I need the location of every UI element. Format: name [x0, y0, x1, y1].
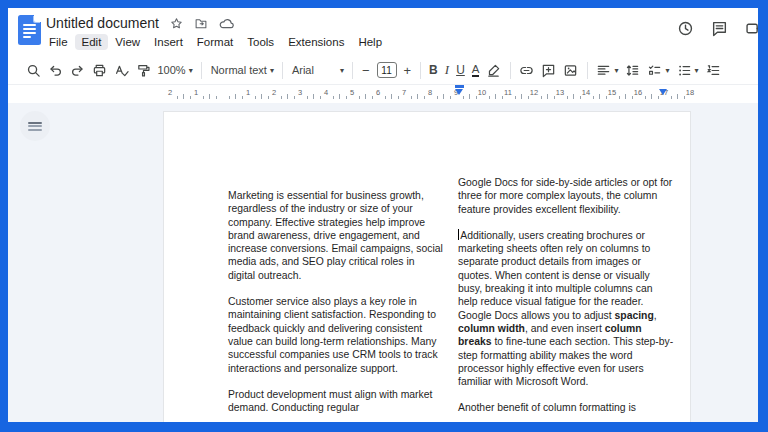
- header-right-icons: [677, 20, 764, 37]
- menu-item-view[interactable]: View: [108, 34, 147, 50]
- ruler-tick: [242, 96, 243, 99]
- line-spacing-icon[interactable]: [625, 63, 640, 78]
- text-run: Google Docs for side-by-side articles or…: [458, 177, 672, 215]
- ruler-tick: [333, 96, 334, 99]
- doc-paragraph[interactable]: Additionally, users creating brochures o…: [458, 229, 674, 389]
- ruler-tick: [417, 94, 418, 99]
- bulleted-list-select[interactable]: ▾: [677, 63, 699, 78]
- font-size-input[interactable]: 11: [377, 62, 397, 78]
- ruler-tick: [235, 94, 236, 99]
- menu-item-format[interactable]: Format: [190, 34, 240, 50]
- toolbar-divider: [352, 62, 353, 79]
- comments-icon[interactable]: [711, 20, 728, 37]
- italic-button[interactable]: I: [445, 62, 449, 78]
- ruler-number: 2: [168, 88, 172, 97]
- ruler-number: 8: [428, 88, 432, 97]
- font-family-select[interactable]: Arial ▾: [292, 64, 344, 76]
- ruler-tick: [469, 94, 470, 99]
- docs-logo-icon[interactable]: [18, 15, 41, 45]
- ruler-number: 2: [272, 88, 276, 97]
- menu-item-file[interactable]: File: [42, 34, 75, 50]
- ruler-number: 7: [402, 88, 406, 97]
- text-color-button[interactable]: A: [472, 64, 480, 77]
- ruler-tick: [203, 96, 204, 99]
- text-run: , and even insert: [525, 323, 605, 334]
- menu-item-extensions[interactable]: Extensions: [281, 34, 351, 50]
- ruler-tick: [372, 96, 373, 99]
- bold-text-run: spacing: [615, 310, 654, 321]
- paragraph-style-value: Normal text: [211, 64, 267, 76]
- ruler-tick: [339, 94, 340, 99]
- cloud-saved-icon[interactable]: [219, 17, 234, 30]
- ruler-tick: [476, 96, 477, 99]
- ruler[interactable]: 21123456789101112131415161718: [8, 85, 758, 103]
- numbered-list-select[interactable]: [706, 63, 721, 78]
- insert-link-icon[interactable]: [519, 63, 534, 78]
- insert-image-icon[interactable]: [563, 63, 578, 78]
- ruler-tick: [183, 94, 184, 99]
- ruler-number: 18: [686, 88, 694, 97]
- star-icon[interactable]: [170, 17, 183, 30]
- undo-icon[interactable]: [48, 63, 63, 78]
- menu-item-edit[interactable]: Edit: [75, 34, 109, 50]
- ruler-tick: [437, 96, 438, 99]
- align-left-select[interactable]: ▾: [596, 63, 618, 78]
- chevron-down-icon: ▾: [270, 66, 274, 75]
- increase-font-size-button[interactable]: +: [404, 63, 412, 78]
- toolbar-divider: [420, 62, 421, 79]
- ruler-tick: [541, 96, 542, 99]
- ruler-tick: [398, 96, 399, 99]
- ruler-tick: [385, 96, 386, 99]
- ruler-tick: [255, 96, 256, 99]
- spellcheck-icon[interactable]: [114, 63, 129, 78]
- highlight-color-button[interactable]: [486, 63, 501, 78]
- first-line-indent-marker[interactable]: [455, 85, 464, 88]
- underline-button[interactable]: U: [456, 63, 465, 77]
- search-menus-icon[interactable]: [26, 63, 41, 78]
- paragraph-style-select[interactable]: Normal text ▾: [211, 64, 274, 76]
- ruler-tick: [365, 94, 366, 99]
- ruler-tick: [307, 96, 308, 99]
- version-history-icon[interactable]: [677, 20, 694, 37]
- ruler-tick: [177, 96, 178, 99]
- doc-paragraph[interactable]: Product development must align with mark…: [228, 388, 444, 415]
- zoom-select[interactable]: 100% ▾: [158, 64, 193, 76]
- checklist-select[interactable]: ▾: [647, 63, 669, 78]
- ruler-number: 16: [634, 88, 642, 97]
- ruler-tick: [521, 94, 522, 99]
- paint-format-icon[interactable]: [136, 63, 151, 78]
- menu-item-tools[interactable]: Tools: [240, 34, 281, 50]
- ruler-tick: [443, 94, 444, 99]
- document-page[interactable]: Marketing is essential for business grow…: [163, 111, 691, 432]
- ruler-tick: [625, 94, 626, 99]
- doc-paragraph[interactable]: Another benefit of column formatting is: [458, 401, 674, 414]
- bold-button[interactable]: B: [429, 63, 438, 77]
- ruler-tick: [216, 96, 217, 99]
- ruler-tick: [424, 96, 425, 99]
- ruler-tick: [606, 96, 607, 99]
- ruler-tick: [547, 94, 548, 99]
- redo-icon[interactable]: [70, 63, 85, 78]
- menu-item-insert[interactable]: Insert: [147, 34, 190, 50]
- move-folder-icon[interactable]: [194, 17, 208, 30]
- font-family-value: Arial: [292, 64, 314, 76]
- toolbar-divider: [587, 62, 588, 79]
- doc-column-right: Google Docs for side-by-side articles or…: [458, 176, 674, 428]
- ruler-tick: [391, 94, 392, 99]
- meet-video-icon[interactable]: [745, 20, 764, 37]
- chevron-down-icon: ▾: [189, 66, 193, 75]
- ruler-number: 15: [608, 88, 616, 97]
- bold-text-run: column width: [458, 323, 525, 334]
- doc-paragraph[interactable]: Customer service also plays a key role i…: [228, 295, 444, 375]
- ruler-tick: [573, 94, 574, 99]
- document-title[interactable]: Untitled document: [46, 15, 159, 31]
- menu-item-help[interactable]: Help: [351, 34, 389, 50]
- decrease-font-size-button[interactable]: −: [362, 63, 370, 78]
- ruler-number: 1: [246, 88, 250, 97]
- document-tabs-button[interactable]: [20, 111, 50, 141]
- doc-paragraph[interactable]: Marketing is essential for business grow…: [228, 189, 444, 282]
- ruler-number: 12: [530, 88, 538, 97]
- add-comment-icon[interactable]: [541, 63, 556, 78]
- print-icon[interactable]: [92, 63, 107, 78]
- doc-paragraph[interactable]: Google Docs for side-by-side articles or…: [458, 176, 674, 216]
